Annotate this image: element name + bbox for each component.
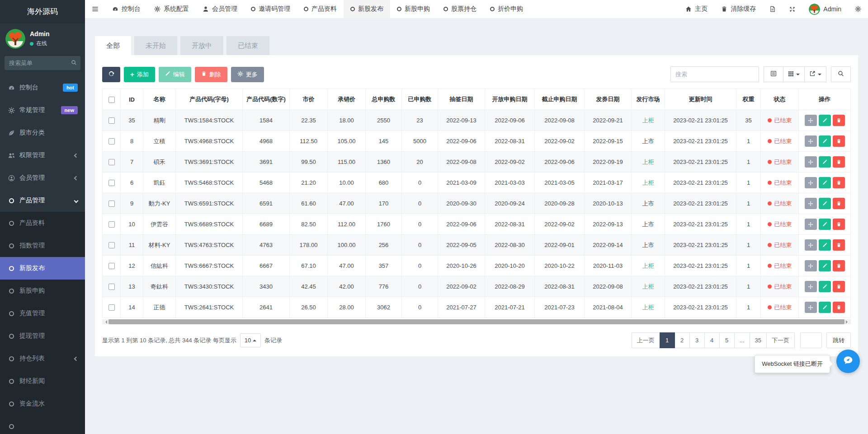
page-button-35[interactable]: 35 (750, 332, 767, 348)
move-button[interactable] (805, 239, 817, 251)
delete-row-button[interactable] (833, 177, 845, 188)
sidebar-subitem-4[interactable]: 充值管理 (0, 302, 85, 325)
log-button[interactable] (763, 0, 783, 18)
jump-page-input[interactable] (800, 332, 822, 348)
sidebar-toggle-button[interactable] (85, 0, 105, 18)
edit-row-button[interactable] (819, 177, 831, 188)
next-page-button[interactable]: 下一页 (766, 332, 795, 348)
scroll-left-arrow-icon[interactable] (104, 320, 107, 324)
row-checkbox[interactable] (108, 284, 115, 290)
delete-button[interactable]: 删除 (195, 67, 227, 82)
tab-1[interactable]: 未开始 (134, 36, 177, 55)
clear-cache-button[interactable]: 清除缓存 (714, 0, 763, 18)
page-size-dropdown[interactable]: 10 (240, 333, 261, 347)
row-checkbox[interactable] (108, 221, 115, 228)
table-search-input[interactable] (670, 66, 759, 82)
row-checkbox[interactable] (108, 138, 115, 145)
market-link[interactable]: 上市 (642, 200, 654, 207)
market-link[interactable]: 上柜 (642, 283, 654, 290)
sidebar-subitem-7[interactable]: 财经新闻 (0, 370, 85, 392)
sidebar-search-input[interactable] (5, 56, 80, 70)
edit-button[interactable]: 编辑 (159, 67, 191, 82)
sidebar-subitem-8[interactable]: 资金流水 (0, 392, 85, 415)
nav-item-3[interactable]: 邀请码管理 (244, 0, 297, 18)
sidebar-item-1[interactable]: 常规管理 new (0, 99, 85, 121)
market-link[interactable]: 上柜 (642, 117, 654, 124)
edit-row-button[interactable] (819, 135, 831, 147)
move-button[interactable] (805, 260, 817, 271)
edit-row-button[interactable] (819, 302, 831, 313)
delete-row-button[interactable] (833, 115, 845, 126)
settings-button[interactable] (848, 0, 868, 18)
edit-row-button[interactable] (819, 281, 831, 292)
nav-item-8[interactable]: 折价申购 (483, 0, 530, 18)
row-checkbox[interactable] (108, 263, 115, 269)
delete-row-button[interactable] (833, 198, 845, 209)
page-button-5[interactable]: 5 (719, 332, 735, 348)
add-button[interactable]: +添加 (124, 67, 155, 82)
edit-row-button[interactable] (819, 198, 831, 209)
jump-button[interactable]: 跳转 (826, 332, 851, 348)
row-checkbox[interactable] (108, 304, 115, 311)
market-link[interactable]: 上市 (642, 221, 654, 228)
sidebar-item-0[interactable]: 控制台 hot (0, 76, 85, 99)
toggle-view-button[interactable] (764, 66, 783, 82)
move-button[interactable] (805, 302, 817, 313)
page-button-4[interactable]: 4 (704, 332, 720, 348)
page-button-2[interactable]: 2 (675, 332, 690, 348)
row-checkbox[interactable] (108, 180, 115, 186)
market-link[interactable]: 上柜 (642, 159, 654, 165)
export-button[interactable] (805, 66, 826, 82)
move-button[interactable] (805, 115, 817, 126)
move-button[interactable] (805, 198, 817, 209)
sidebar-item-3[interactable]: 权限管理 (0, 144, 85, 167)
row-checkbox[interactable] (108, 117, 115, 124)
nav-item-5[interactable]: 新股发布 (344, 0, 390, 18)
sidebar-item-4[interactable]: 会员管理 (0, 167, 85, 189)
move-button[interactable] (805, 177, 817, 188)
sidebar-subitem-6[interactable]: 持仓列表 (0, 347, 85, 370)
select-all-checkbox[interactable] (108, 97, 115, 103)
scrollbar-thumb[interactable] (108, 319, 844, 324)
chat-button[interactable] (836, 350, 860, 373)
move-button[interactable] (805, 219, 817, 230)
search-icon[interactable] (71, 60, 77, 65)
market-link[interactable]: 上市 (642, 138, 654, 145)
nav-item-1[interactable]: 系统配置 (147, 0, 196, 18)
nav-item-6[interactable]: 新股申购 (390, 0, 437, 18)
market-link[interactable]: 上市 (642, 242, 654, 248)
market-link[interactable]: 上柜 (642, 304, 654, 311)
page-button-1[interactable]: 1 (660, 332, 675, 348)
nav-item-2[interactable]: 会员管理 (196, 0, 244, 18)
edit-row-button[interactable] (819, 239, 831, 251)
edit-row-button[interactable] (819, 156, 831, 168)
tab-3[interactable]: 已结束 (226, 36, 269, 55)
row-checkbox[interactable] (108, 159, 115, 165)
delete-row-button[interactable] (833, 260, 845, 271)
edit-row-button[interactable] (819, 260, 831, 271)
home-button[interactable]: 主页 (679, 0, 714, 18)
move-button[interactable] (805, 281, 817, 292)
delete-row-button[interactable] (833, 239, 845, 251)
delete-row-button[interactable] (833, 135, 845, 147)
sidebar-subitem-0[interactable]: 产品资料 (0, 212, 85, 234)
more-button[interactable]: 更多 (231, 67, 264, 82)
search-button[interactable] (831, 66, 851, 82)
sidebar-item-5[interactable]: 产品管理 (0, 189, 85, 212)
sidebar-subitem-1[interactable]: 指数管理 (0, 234, 85, 257)
sidebar-subitem-2[interactable]: 新股发布 (0, 257, 85, 280)
move-button[interactable] (805, 135, 817, 147)
prev-page-button[interactable]: 上一页 (632, 332, 660, 348)
page-button-...[interactable]: ... (734, 332, 750, 348)
user-menu[interactable]: Admin (802, 0, 848, 18)
delete-row-button[interactable] (833, 219, 845, 230)
row-checkbox[interactable] (108, 242, 115, 248)
brand-title[interactable]: 海外源码 (0, 0, 85, 23)
sidebar-subitem-9[interactable] (0, 415, 85, 434)
tab-2[interactable]: 开放中 (180, 36, 223, 55)
market-link[interactable]: 上柜 (642, 179, 654, 186)
move-button[interactable] (805, 156, 817, 168)
row-checkbox[interactable] (108, 201, 115, 207)
fullscreen-button[interactable] (783, 0, 802, 18)
sidebar-subitem-5[interactable]: 提现管理 (0, 325, 85, 347)
